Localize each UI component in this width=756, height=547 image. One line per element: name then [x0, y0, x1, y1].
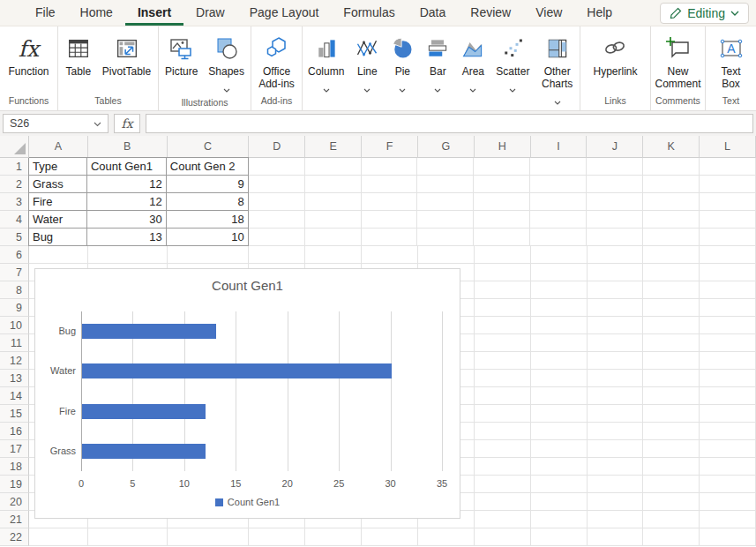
- cell-C22[interactable]: [168, 528, 250, 546]
- cell-H17[interactable]: [475, 440, 531, 458]
- table-button[interactable]: Table: [60, 32, 97, 78]
- cell-B3[interactable]: 12: [87, 193, 167, 211]
- column-header-K[interactable]: K: [643, 136, 700, 158]
- row-header-3[interactable]: 3: [0, 193, 29, 211]
- cell-H21[interactable]: [475, 511, 531, 528]
- row-header-12[interactable]: 12: [0, 352, 29, 370]
- row-header-20[interactable]: 20: [0, 493, 29, 511]
- cell-H14[interactable]: [475, 387, 531, 405]
- cell-J14[interactable]: [588, 387, 644, 405]
- cell-I21[interactable]: [531, 511, 588, 528]
- cell-E4[interactable]: [305, 211, 362, 229]
- cell-H18[interactable]: [475, 458, 531, 476]
- cell-K16[interactable]: [643, 423, 700, 440]
- new-comment-button[interactable]: New Comment: [650, 32, 707, 90]
- tab-data[interactable]: Data: [408, 0, 459, 26]
- cell-E5[interactable]: [305, 229, 362, 246]
- cell-L9[interactable]: [700, 299, 756, 317]
- cell-J20[interactable]: [588, 493, 644, 511]
- cell-L11[interactable]: [700, 334, 756, 352]
- cell-K3[interactable]: [643, 193, 700, 211]
- cell-I6[interactable]: [531, 246, 588, 264]
- column-chart-button[interactable]: Column: [303, 32, 349, 96]
- cell-E22[interactable]: [305, 528, 362, 546]
- cell-J7[interactable]: [588, 264, 644, 281]
- row-header-13[interactable]: 13: [0, 370, 29, 387]
- tab-page-layout[interactable]: Page Layout: [237, 0, 332, 26]
- cell-L21[interactable]: [700, 511, 756, 528]
- cell-I7[interactable]: [531, 264, 588, 281]
- cell-B1[interactable]: Count Gen1: [87, 157, 167, 176]
- tab-view[interactable]: View: [523, 0, 574, 26]
- cell-I16[interactable]: [531, 423, 588, 440]
- tab-draw[interactable]: Draw: [183, 0, 237, 26]
- cell-L8[interactable]: [700, 281, 756, 299]
- cell-L16[interactable]: [700, 423, 756, 440]
- row-header-4[interactable]: 4: [0, 211, 29, 229]
- office-addins-button[interactable]: Office Add-ins: [251, 32, 302, 90]
- cell-K20[interactable]: [643, 493, 700, 511]
- cell-C3[interactable]: 8: [167, 193, 249, 211]
- cell-H13[interactable]: [475, 370, 531, 387]
- cell-H1[interactable]: [474, 158, 530, 176]
- row-header-18[interactable]: 18: [0, 458, 29, 476]
- cell-D5[interactable]: [249, 229, 305, 246]
- cell-G3[interactable]: [417, 193, 474, 211]
- chart-count-gen1[interactable]: Count Gen1 05101520253035BugWaterFireGra…: [34, 268, 460, 519]
- cell-G1[interactable]: [417, 158, 474, 176]
- cell-L19[interactable]: [700, 476, 756, 493]
- cell-B4[interactable]: 30: [87, 211, 167, 229]
- cell-J6[interactable]: [588, 246, 644, 264]
- cell-F22[interactable]: [362, 528, 418, 546]
- cell-I4[interactable]: [530, 211, 587, 229]
- cell-L12[interactable]: [700, 352, 756, 370]
- cell-K11[interactable]: [643, 334, 700, 352]
- cell-J8[interactable]: [588, 281, 644, 299]
- cell-J3[interactable]: [587, 193, 643, 211]
- cell-A6[interactable]: [29, 246, 88, 264]
- cell-H10[interactable]: [475, 317, 531, 334]
- cell-F1[interactable]: [362, 158, 418, 176]
- cell-H8[interactable]: [475, 281, 531, 299]
- cell-H15[interactable]: [475, 405, 531, 423]
- cell-B6[interactable]: [88, 246, 168, 264]
- cell-J18[interactable]: [588, 458, 644, 476]
- column-header-B[interactable]: B: [88, 136, 168, 158]
- cell-J4[interactable]: [587, 211, 643, 229]
- cell-L5[interactable]: [700, 229, 756, 246]
- cell-C6[interactable]: [168, 246, 250, 264]
- cell-I2[interactable]: [530, 176, 587, 193]
- row-header-7[interactable]: 7: [0, 264, 29, 281]
- cell-D2[interactable]: [249, 176, 305, 193]
- cell-D3[interactable]: [249, 193, 305, 211]
- insert-function-button[interactable]: fx: [114, 114, 140, 133]
- cell-L4[interactable]: [700, 211, 756, 229]
- pie-chart-button[interactable]: Pie: [385, 32, 420, 96]
- cell-K18[interactable]: [643, 458, 700, 476]
- cell-K1[interactable]: [643, 158, 700, 176]
- text-box-button[interactable]: A Text Box: [706, 32, 756, 90]
- cell-H3[interactable]: [474, 193, 530, 211]
- cell-J13[interactable]: [588, 370, 644, 387]
- cell-K2[interactable]: [643, 176, 700, 193]
- cell-H20[interactable]: [475, 493, 531, 511]
- cell-F4[interactable]: [362, 211, 418, 229]
- cell-H11[interactable]: [475, 334, 531, 352]
- formula-input[interactable]: [146, 114, 753, 133]
- pivottable-button[interactable]: PivotTable: [97, 32, 156, 78]
- cell-C2[interactable]: 9: [167, 176, 249, 193]
- column-header-L[interactable]: L: [700, 136, 756, 158]
- cell-H16[interactable]: [475, 423, 531, 440]
- picture-button[interactable]: Picture: [160, 32, 203, 78]
- cell-I18[interactable]: [531, 458, 588, 476]
- row-header-10[interactable]: 10: [0, 317, 29, 334]
- cell-I17[interactable]: [531, 440, 588, 458]
- cell-G22[interactable]: [418, 528, 475, 546]
- cell-L14[interactable]: [700, 387, 756, 405]
- cell-L20[interactable]: [700, 493, 756, 511]
- cell-J12[interactable]: [588, 352, 644, 370]
- cell-K8[interactable]: [643, 281, 700, 299]
- tab-file[interactable]: File: [23, 0, 68, 26]
- cell-E6[interactable]: [305, 246, 362, 264]
- cell-K10[interactable]: [643, 317, 700, 334]
